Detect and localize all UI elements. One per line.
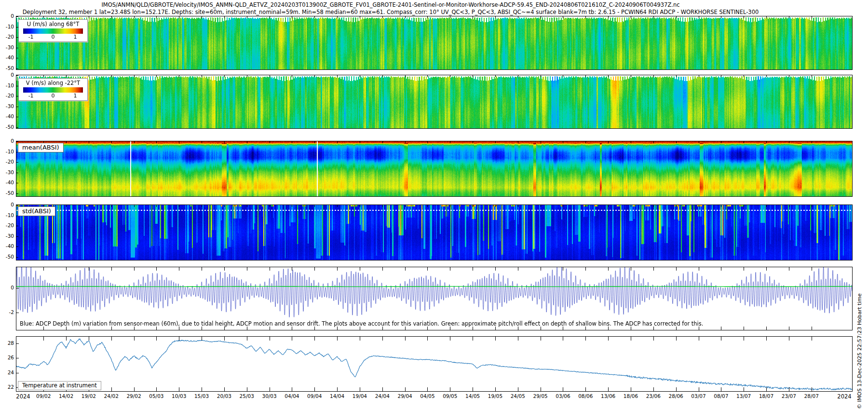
colorbar-tick: -1 (28, 34, 34, 40)
y-tick-label: -50 (0, 254, 14, 260)
x-axis-date-label: 18/06 (624, 393, 638, 399)
u-colorbar-legend: U (m/s) along 68°T -1 0 1 (18, 19, 88, 42)
y-tick-label: -10 (0, 149, 14, 154)
panel-mean-absi: mean(ABSI) (16, 141, 853, 197)
y-tick-label: -10 (0, 82, 14, 88)
x-axis-date-label: 23/07 (782, 393, 796, 399)
x-axis-date-label: 04/04 (285, 393, 299, 399)
y-tick-label: 0 (0, 138, 14, 144)
panel-v-velocity: V (m/s) along -22°T -1 0 1 (16, 75, 853, 129)
v-colorbar (23, 87, 83, 93)
u-colorbar-ticks: -1 0 1 (23, 34, 83, 40)
x-axis-date-label: 28/07 (804, 393, 819, 399)
x-axis-date-label: 24/02 (104, 393, 119, 399)
imos-copyright-vertical-text: © IMOS 13-Dec-2025 22:57:23 Hobart time (856, 1, 863, 409)
std-absi-label: std(ABSI) (18, 206, 55, 216)
x-axis-date-label: 30/03 (262, 393, 276, 399)
x-axis-date-label: 14/02 (59, 393, 73, 399)
panel-u-velocity: U (m/s) along 68°T -1 0 1 (16, 16, 853, 70)
x-axis-date-label: 24/04 (375, 393, 390, 399)
x-axis-date-label: 24/05 (511, 393, 525, 399)
y-tick-label: -20 (0, 34, 14, 40)
y-tick-label: -30 (0, 233, 14, 239)
x-axis-date-label: 20/03 (217, 393, 231, 399)
x-axis-date-label: 19/02 (81, 393, 96, 399)
y-tick-label: -50 (0, 65, 14, 71)
x-axis-date-label: 28/06 (669, 393, 683, 399)
y-tick-label: -40 (0, 179, 14, 185)
panel-depth-variation: Blue: ADCP Depth (m) variation from sens… (16, 267, 853, 330)
y-tick-label: -10 (0, 212, 14, 218)
adcp-figure: IMOS/ANMN/QLD/GBROTE/Velocity/IMOS_ANMN-… (0, 0, 868, 410)
x-axis-date-label: 18/07 (759, 393, 773, 399)
x-axis-date-label: 19/04 (353, 393, 367, 399)
y-tick-label: -30 (0, 44, 14, 50)
y-tick-label: 28 (0, 340, 14, 346)
v-legend-title: V (m/s) along -22°T (23, 80, 83, 86)
y-tick-label: -10 (0, 24, 14, 29)
y-tick-label: -20 (0, 159, 14, 164)
depth-variation-caption: Blue: ADCP Depth (m) variation from sens… (20, 320, 703, 327)
y-tick-label: 0 (0, 13, 14, 19)
x-axis-year-label: 2024 (837, 393, 851, 400)
x-axis-date-label: 29/02 (126, 393, 141, 399)
x-axis-year-label: 2024 (16, 393, 30, 400)
temperature-label: Temperature at instrument (18, 381, 101, 390)
x-axis-date-label: 04/05 (420, 393, 434, 399)
x-axis-date-label: 25/03 (240, 393, 254, 399)
x-axis-date-label: 09/04 (307, 393, 322, 399)
x-axis-date-label: 10/03 (172, 393, 186, 399)
x-axis-date-label: 15/03 (194, 393, 209, 399)
x-axis-date-label: 09/02 (36, 393, 51, 399)
x-axis-date-label: 14/05 (465, 393, 480, 399)
colorbar-tick: -1 (28, 93, 34, 99)
x-axis-date-label: 13/07 (736, 393, 751, 399)
u-legend-title: U (m/s) along 68°T (23, 21, 83, 27)
figure-title-deployment: Deployment 32, member 1 lat=23.48S lon=1… (0, 9, 781, 15)
panel-temperature: Temperature at instrument (16, 336, 853, 392)
colorbar-tick: 0 (52, 93, 55, 99)
temperature-plot (16, 337, 852, 391)
x-axis-date-label: 05/03 (149, 393, 163, 399)
y-tick-label: -40 (0, 55, 14, 60)
colorbar-tick: 0 (52, 34, 55, 40)
y-tick-label: -30 (0, 103, 14, 109)
x-axis-date-label: 14/04 (330, 393, 344, 399)
std-absi-heatmap (16, 205, 852, 260)
x-axis-date-label: 19/05 (488, 393, 502, 399)
y-tick-label: -50 (0, 190, 14, 196)
u-velocity-heatmap (16, 16, 852, 69)
x-axis-date-label: 08/06 (578, 393, 593, 399)
x-axis-date-label: 03/06 (556, 393, 570, 399)
mean-absi-heatmap (16, 141, 852, 196)
y-tick-label: 24 (0, 369, 14, 375)
y-tick-label: -20 (0, 93, 14, 98)
x-axis-date-label: 08/07 (714, 393, 728, 399)
u-colorbar (23, 28, 83, 34)
y-tick-label: -30 (0, 169, 14, 175)
y-tick-label: 26 (0, 355, 14, 360)
colorbar-tick: 1 (73, 34, 77, 40)
y-tick-label: 0 (0, 72, 14, 78)
x-axis-date-label: 13/06 (601, 393, 615, 399)
figure-title-filename: IMOS/ANMN/QLD/GBROTE/Velocity/IMOS_ANMN-… (0, 1, 781, 8)
v-colorbar-legend: V (m/s) along -22°T -1 0 1 (18, 78, 88, 101)
y-tick-label: -40 (0, 113, 14, 119)
x-axis-date-label: 23/06 (646, 393, 661, 399)
x-axis-date-label: 09/05 (443, 393, 457, 399)
v-colorbar-ticks: -1 0 1 (23, 93, 83, 99)
y-tick-label: 0 (0, 202, 14, 207)
x-axis-date-label: 29/04 (397, 393, 412, 399)
y-tick-label: -50 (0, 124, 14, 130)
x-axis-date-label: 03/07 (691, 393, 705, 399)
mean-absi-label: mean(ABSI) (18, 143, 64, 152)
y-tick-label: 0 (0, 285, 14, 290)
colorbar-tick: 1 (73, 93, 77, 99)
panel-std-absi: std(ABSI) (16, 205, 853, 260)
y-tick-label: -40 (0, 243, 14, 249)
x-axis-date-label: 29/05 (533, 393, 547, 399)
v-velocity-heatmap (16, 75, 852, 128)
y-tick-label: -2 (0, 309, 14, 315)
y-tick-label: 22 (0, 384, 14, 390)
y-tick-label: -20 (0, 222, 14, 228)
